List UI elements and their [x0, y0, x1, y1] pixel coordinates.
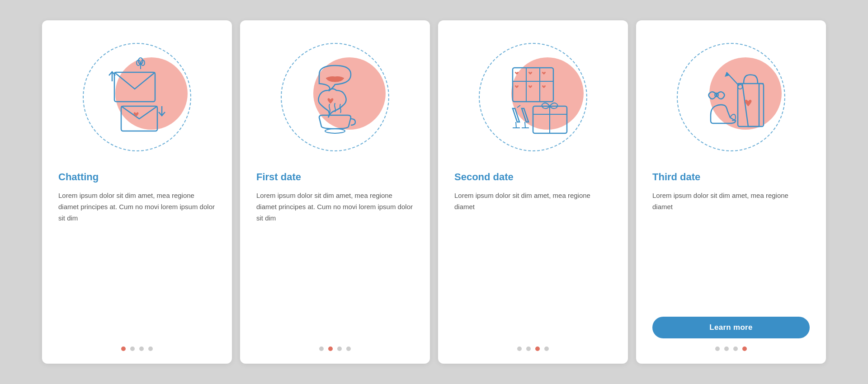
card-first-date-dots: [319, 347, 351, 351]
learn-more-button[interactable]: Learn more: [652, 317, 810, 338]
svg-point-25: [738, 84, 742, 89]
dot-2: [328, 347, 333, 351]
dot-4: [346, 347, 351, 351]
card-second-date-dots: [517, 347, 549, 351]
svg-point-2: [138, 58, 143, 64]
svg-rect-9: [513, 68, 553, 102]
illustration-third-date: [668, 34, 794, 160]
card-chatting: Chatting Lorem ipsum dolor sit dim amet,…: [42, 20, 232, 364]
svg-point-8: [325, 129, 345, 133]
svg-line-16: [516, 122, 516, 128]
dot-2: [526, 347, 531, 351]
svg-rect-21: [738, 84, 764, 126]
dot-3: [535, 347, 540, 351]
dot-4: [148, 347, 153, 351]
dot-2: [724, 347, 729, 351]
card-second-date: Second date Lorem ipsum dolor sit dim am…: [438, 20, 628, 364]
illustration-first-date: [272, 34, 398, 160]
cards-container: Chatting Lorem ipsum dolor sit dim amet,…: [24, 2, 844, 382]
dot-1: [517, 347, 522, 351]
card-third-date-text: Lorem ipsum dolor sit dim amet, mea regi…: [652, 190, 810, 310]
dot-3: [337, 347, 342, 351]
card-third-date-dots: [715, 347, 747, 351]
dot-2: [130, 347, 135, 351]
illustration-chatting: [74, 34, 200, 160]
dot-1: [715, 347, 720, 351]
card-first-date-title: First date: [256, 171, 414, 183]
card-third-date: Third date Lorem ipsum dolor sit dim ame…: [636, 20, 826, 364]
card-second-date-text: Lorem ipsum dolor sit dim amet, mea regi…: [454, 190, 612, 338]
svg-line-18: [525, 122, 525, 128]
dot-3: [139, 347, 144, 351]
dot-1: [319, 347, 324, 351]
card-chatting-dots: [121, 347, 153, 351]
card-second-date-title: Second date: [454, 171, 612, 183]
card-third-date-title: Third date: [652, 171, 810, 183]
dot-4: [544, 347, 549, 351]
card-chatting-text: Lorem ipsum dolor sit dim amet, mea regi…: [58, 190, 216, 338]
dot-4: [742, 347, 747, 351]
card-chatting-title: Chatting: [58, 171, 216, 183]
dot-3: [733, 347, 738, 351]
svg-line-20: [517, 105, 520, 108]
svg-line-23: [726, 72, 739, 86]
illustration-second-date: [470, 34, 596, 160]
card-first-date-text: Lorem ipsum dolor sit dim amet, mea regi…: [256, 190, 414, 338]
card-first-date: First date Lorem ipsum dolor sit dim ame…: [240, 20, 430, 364]
dot-1: [121, 347, 126, 351]
